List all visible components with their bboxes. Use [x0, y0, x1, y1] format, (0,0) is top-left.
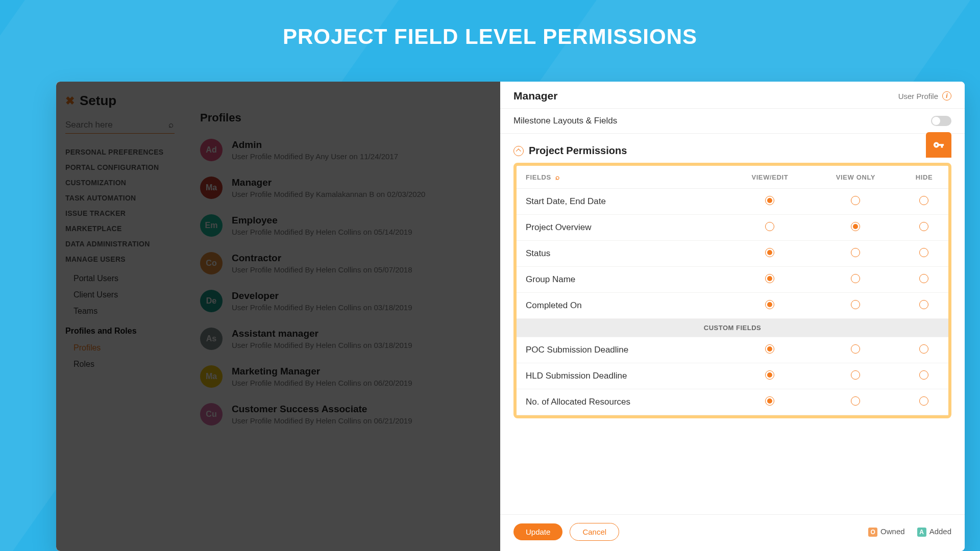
- info-icon[interactable]: i: [942, 91, 951, 101]
- cancel-button[interactable]: Cancel: [570, 523, 619, 541]
- nav-group-profiles-roles[interactable]: Profiles and Roles: [65, 327, 175, 336]
- legend-owned: OOwned: [868, 527, 905, 537]
- nav-section[interactable]: MARKETPLACE: [65, 224, 175, 233]
- radio-option[interactable]: [919, 344, 928, 354]
- permission-row: Project Overview: [517, 215, 948, 241]
- radio-option[interactable]: [765, 248, 774, 257]
- nav-section[interactable]: TASK AUTOMATION: [65, 194, 175, 202]
- radio-option[interactable]: [765, 222, 774, 231]
- avatar: Ma: [200, 177, 223, 199]
- update-button[interactable]: Update: [513, 523, 562, 540]
- nav-sub-teams[interactable]: Teams: [65, 303, 175, 319]
- panel-header-title: Manager: [513, 90, 557, 102]
- nav-sub-profiles[interactable]: Profiles: [65, 340, 175, 356]
- sidebar: ✖ Setup ⌕ PERSONAL PREFERENCES PORTAL CO…: [56, 82, 184, 551]
- profile-row[interactable]: Em Employee User Profile Modified By Hel…: [200, 214, 491, 237]
- nav-section[interactable]: PERSONAL PREFERENCES: [65, 148, 175, 156]
- avatar: Cu: [200, 403, 223, 425]
- radio-option[interactable]: [765, 300, 774, 309]
- permissions-card: FIELDS ⌕ VIEW/EDIT VIEW ONLY HIDE Start …: [513, 163, 951, 418]
- profiles-list: Profiles Ad Admin User Profile Modified …: [184, 82, 500, 551]
- radio-option[interactable]: [851, 396, 860, 406]
- radio-option[interactable]: [765, 344, 774, 354]
- profile-row[interactable]: Ma Marketing Manager User Profile Modifi…: [200, 365, 491, 388]
- radio-option[interactable]: [851, 248, 860, 257]
- radio-option[interactable]: [919, 222, 928, 231]
- search-icon[interactable]: ⌕: [168, 120, 174, 130]
- chevron-up-icon[interactable]: [513, 146, 524, 156]
- nav-section[interactable]: CUSTOMIZATION: [65, 179, 175, 187]
- radio-option[interactable]: [851, 344, 860, 354]
- radio-option[interactable]: [765, 196, 774, 205]
- radio-option[interactable]: [919, 274, 928, 283]
- radio-option[interactable]: [919, 196, 928, 205]
- field-label: Completed On: [517, 293, 728, 319]
- profile-name: Marketing Manager: [232, 366, 412, 377]
- radio-option[interactable]: [919, 370, 928, 380]
- setup-heading: ✖ Setup: [65, 93, 175, 109]
- milestone-toggle[interactable]: [931, 116, 951, 126]
- permission-row: Group Name: [517, 267, 948, 293]
- permissions-table: FIELDS ⌕ VIEW/EDIT VIEW ONLY HIDE Start …: [517, 166, 948, 415]
- owned-badge-icon: O: [868, 528, 877, 537]
- profile-row[interactable]: Cu Customer Success Associate User Profi…: [200, 403, 491, 425]
- page-title: PROJECT FIELD LEVEL PERMISSIONS: [0, 0, 980, 67]
- nav-section[interactable]: DATA ADMINISTRATION: [65, 240, 175, 248]
- radio-option[interactable]: [851, 196, 860, 205]
- permission-row: No. of Allocated Resources: [517, 389, 948, 415]
- nav-section[interactable]: MANAGE USERS: [65, 255, 175, 263]
- milestone-layouts-row: Milestone Layouts & Fields: [500, 109, 965, 134]
- setup-pane: ✖ Setup ⌕ PERSONAL PREFERENCES PORTAL CO…: [56, 82, 500, 551]
- col-hide: HIDE: [900, 166, 948, 189]
- search-input[interactable]: [65, 120, 158, 130]
- field-label: Group Name: [517, 267, 728, 293]
- profile-row[interactable]: As Assistant manager User Profile Modifi…: [200, 328, 491, 350]
- nav-sub-portal-users[interactable]: Portal Users: [65, 270, 175, 287]
- user-profile-label: User Profile: [898, 92, 938, 101]
- nav-sub-client-users[interactable]: Client Users: [65, 287, 175, 303]
- field-label: No. of Allocated Resources: [517, 389, 728, 415]
- avatar: Em: [200, 214, 223, 237]
- legend-added: AAdded: [917, 527, 951, 537]
- profile-name: Assistant manager: [232, 328, 412, 339]
- profile-name: Admin: [232, 139, 398, 151]
- profile-name: Employee: [232, 215, 412, 226]
- project-permissions-head[interactable]: Project Permissions: [500, 134, 965, 163]
- profile-row[interactable]: Ad Admin User Profile Modified By Any Us…: [200, 139, 491, 161]
- radio-option[interactable]: [765, 274, 774, 283]
- radio-option[interactable]: [851, 222, 860, 231]
- profile-meta: User Profile Modified By Helen Collins o…: [232, 341, 412, 349]
- profile-name: Manager: [232, 177, 425, 188]
- profile-row[interactable]: De Developer User Profile Modified By He…: [200, 290, 491, 312]
- radio-option[interactable]: [765, 396, 774, 406]
- profile-row[interactable]: Ma Manager User Profile Modified By Kama…: [200, 177, 491, 199]
- radio-option[interactable]: [851, 370, 860, 380]
- milestone-layouts-label: Milestone Layouts & Fields: [513, 116, 617, 126]
- nav-section[interactable]: PORTAL CONFIGURATION: [65, 163, 175, 171]
- field-label: HLD Submission Deadline: [517, 363, 728, 389]
- radio-option[interactable]: [851, 274, 860, 283]
- avatar: De: [200, 290, 223, 312]
- radio-option[interactable]: [919, 396, 928, 406]
- profile-row[interactable]: Co Contractor User Profile Modified By H…: [200, 252, 491, 274]
- sidebar-search[interactable]: ⌕: [65, 120, 175, 134]
- panel-header-right: User Profile i: [898, 91, 951, 101]
- profile-name: Contractor: [232, 253, 412, 264]
- nav-section[interactable]: ISSUE TRACKER: [65, 209, 175, 217]
- profile-meta: User Profile Modified By Helen Collins o…: [232, 379, 412, 387]
- permission-row: POC Submission Deadline: [517, 337, 948, 363]
- radio-option[interactable]: [919, 300, 928, 309]
- permission-row: Status: [517, 241, 948, 267]
- radio-option[interactable]: [851, 300, 860, 309]
- profile-name: Developer: [232, 290, 412, 302]
- search-icon[interactable]: ⌕: [555, 173, 560, 181]
- radio-option[interactable]: [919, 248, 928, 257]
- permissions-key-tab[interactable]: [926, 132, 951, 158]
- nav-sub-roles[interactable]: Roles: [65, 356, 175, 372]
- avatar: Ad: [200, 139, 223, 161]
- radio-option[interactable]: [765, 370, 774, 380]
- col-fields[interactable]: FIELDS ⌕: [517, 166, 728, 189]
- permission-row: HLD Submission Deadline: [517, 363, 948, 389]
- field-label: POC Submission Deadline: [517, 337, 728, 363]
- avatar: As: [200, 328, 223, 350]
